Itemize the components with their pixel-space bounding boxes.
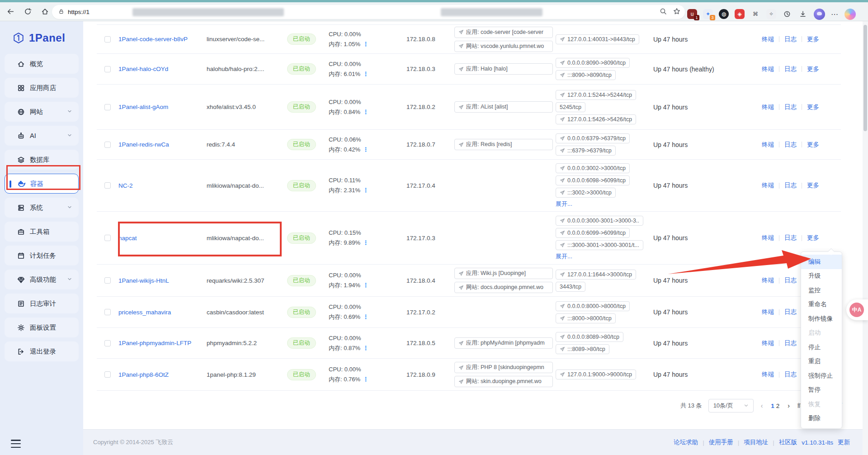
row-checkbox[interactable]	[104, 66, 111, 72]
row-action-more[interactable]: 更多	[807, 65, 819, 73]
app-tag[interactable]: 应用: AList [alist]	[454, 101, 553, 113]
row-action-logs[interactable]: 日志	[784, 370, 797, 379]
sidebar-item-应用商店[interactable]: 应用商店	[5, 78, 79, 98]
app-tag[interactable]: 应用: Wiki.js [Duopinge]	[454, 268, 553, 279]
row-checkbox[interactable]	[104, 309, 111, 315]
container-name-link[interactable]: 1Panel-redis-rwCa	[118, 141, 169, 148]
sidebar-item-退出登录[interactable]: 退出登录	[5, 341, 79, 361]
downloads-icon[interactable]	[798, 9, 808, 19]
sidebar-item-概览[interactable]: 概览	[5, 54, 79, 74]
row-action-terminal[interactable]: 终端	[762, 65, 774, 73]
monitor-dots-icon[interactable]: ⋮	[363, 282, 368, 289]
update-link[interactable]: 更新	[838, 438, 850, 446]
app-tag[interactable]: 应用: PHP 8 [skinduopingepmn	[454, 362, 553, 373]
footer-link[interactable]: 使用手册	[709, 438, 733, 446]
port-tag[interactable]: 127.0.0.1:40031->8443/tcp	[556, 34, 639, 44]
row-action-terminal[interactable]: 终端	[762, 234, 774, 242]
port-tag[interactable]: :::8000->8000/tcp	[556, 313, 616, 323]
row-action-terminal[interactable]: 终端	[762, 370, 774, 379]
row-action-terminal[interactable]: 终端	[762, 339, 774, 347]
expand-ports-link[interactable]: 展开...	[556, 200, 572, 208]
page-number-1[interactable]: 1	[770, 401, 775, 411]
app-tag[interactable]: 应用: phpMyAdmin [phpmyadm	[454, 337, 553, 349]
port-tag[interactable]: :::6379->6379/tcp	[556, 146, 616, 156]
port-tag[interactable]: 0.0.0.0:8089->80/tcp	[556, 332, 623, 342]
expand-ports-link[interactable]: 展开...	[556, 252, 572, 261]
row-action-terminal[interactable]: 终端	[762, 181, 774, 190]
sidebar-item-面板设置[interactable]: 面板设置	[5, 318, 79, 337]
row-action-logs[interactable]: 日志	[784, 234, 797, 242]
port-tag[interactable]: 0.0.0.0:6099->6099/tcp	[556, 228, 630, 238]
row-action-terminal[interactable]: 终端	[762, 276, 774, 284]
app-logo[interactable]: 1Panel	[0, 21, 83, 49]
row-action-logs[interactable]: 日志	[784, 181, 797, 190]
app-tag[interactable]: 应用: Halo [halo]	[454, 63, 553, 75]
container-name-link[interactable]: 1Panel-alist-gAom	[118, 104, 168, 110]
port-tag[interactable]: 0.0.0.0:3000-3001->3000-3..	[556, 216, 643, 226]
monitor-dots-icon[interactable]: ⋮	[363, 313, 368, 320]
favorite-star-icon[interactable]	[673, 8, 680, 17]
app-tag[interactable]: 网站: vscode.yunlulu.pmnet.wo	[454, 41, 553, 52]
port-tag[interactable]: 0.0.0.0:8090->8090/tcp	[556, 58, 630, 68]
sidebar-item-AI[interactable]: AI	[5, 126, 79, 146]
browser-profile-avatar[interactable]	[814, 9, 825, 20]
row-checkbox[interactable]	[104, 340, 111, 346]
container-name-link[interactable]: 1Panel-php8-6OtZ	[118, 371, 169, 378]
row-action-terminal[interactable]: 终端	[762, 308, 774, 316]
monitor-dots-icon[interactable]: ⋮	[363, 41, 368, 47]
extension-icon[interactable]: ◈	[735, 9, 745, 19]
menu-item-删除[interactable]: 删除	[801, 412, 842, 426]
menu-item-暂停[interactable]: 暂停	[801, 383, 842, 398]
sidebar-item-网站[interactable]: 网站	[5, 102, 79, 122]
row-action-logs[interactable]: 日志	[784, 276, 797, 284]
monitor-dots-icon[interactable]: ⋮	[363, 109, 368, 115]
port-tag[interactable]: :::8089->80/tcp	[556, 344, 609, 354]
browser-menu-icon[interactable]: ⋯	[831, 10, 839, 19]
port-tag[interactable]: 0.0.0.0:8000->8000/tcp	[556, 301, 630, 311]
row-action-more[interactable]: 更多	[807, 234, 819, 242]
sidebar-item-高级功能[interactable]: 高级功能	[5, 270, 79, 289]
row-checkbox[interactable]	[104, 235, 111, 241]
container-name-link[interactable]: 1Panel-halo-cOYd	[118, 66, 168, 72]
row-checkbox[interactable]	[104, 371, 111, 378]
search-icon[interactable]	[660, 8, 667, 17]
port-tag[interactable]: :::3002->3000/tcp	[556, 188, 616, 198]
row-checkbox[interactable]	[104, 277, 111, 284]
sidebar-item-系统[interactable]: 系统	[5, 198, 79, 218]
container-name-link[interactable]: priceless_mahavira	[118, 309, 171, 316]
port-tag[interactable]: 3443/tcp	[556, 282, 585, 292]
footer-link[interactable]: 论坛求助	[674, 438, 698, 446]
monitor-dots-icon[interactable]: ⋮	[363, 239, 368, 246]
menu-item-制作镜像[interactable]: 制作镜像	[801, 312, 842, 326]
monitor-dots-icon[interactable]: ⋮	[363, 146, 368, 153]
extension-icon[interactable]: ◍	[719, 9, 729, 19]
row-action-logs[interactable]: 日志	[784, 308, 797, 316]
footer-link[interactable]: 社区版	[779, 438, 797, 446]
port-tag[interactable]: :::3000-3001->3000-3001/t...	[556, 240, 643, 250]
menu-item-编辑[interactable]: 编辑	[801, 255, 842, 269]
sidebar-item-工具箱[interactable]: 工具箱	[5, 222, 79, 242]
row-action-logs[interactable]: 日志	[784, 339, 797, 347]
row-action-terminal[interactable]: 终端	[762, 141, 774, 149]
row-action-logs[interactable]: 日志	[784, 65, 797, 73]
port-tag[interactable]: 0.0.0.0:3002->3000/tcp	[556, 163, 630, 173]
app-tag[interactable]: 网站: skin.duopinge.pmnet.wo	[454, 376, 553, 387]
menu-item-重启[interactable]: 重启	[801, 355, 842, 369]
port-tag[interactable]: 127.0.0.1:9000->9000/tcp	[556, 370, 636, 379]
row-action-more[interactable]: 更多	[807, 103, 819, 111]
history-clock-icon[interactable]	[782, 9, 792, 19]
monitor-dots-icon[interactable]: ⋮	[363, 345, 368, 351]
monitor-dots-icon[interactable]: ⋮	[363, 71, 368, 77]
page-scrollbar[interactable]	[863, 21, 868, 455]
row-action-terminal[interactable]: 终端	[762, 103, 774, 111]
next-page-button[interactable]: ›	[787, 402, 791, 409]
port-tag[interactable]: 0.0.0.0:6379->6379/tcp	[556, 133, 630, 143]
monitor-dots-icon[interactable]: ⋮	[363, 187, 368, 194]
app-tag[interactable]: 网站: docs.duopinge.pmnet.wo	[454, 282, 553, 293]
port-tag[interactable]: 127.0.0.1:1644->3000/tcp	[556, 270, 636, 280]
prev-page-button[interactable]: ‹	[760, 402, 764, 409]
row-checkbox[interactable]	[104, 36, 111, 43]
sidebar-item-计划任务[interactable]: 计划任务	[5, 246, 79, 265]
row-action-logs[interactable]: 日志	[784, 141, 797, 149]
port-tag[interactable]: 127.0.0.1:5426->5426/tcp	[556, 114, 636, 124]
